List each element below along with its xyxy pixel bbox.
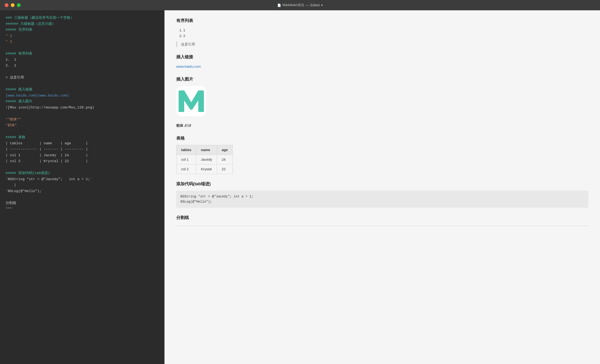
close-button[interactable] <box>5 3 9 7</box>
editor-line: [www.baidu.com](www.baidu.com) <box>6 93 159 99</box>
editor-line <box>6 81 159 87</box>
dropdown-icon: ▾ <box>321 3 323 7</box>
mou-icon-image <box>176 86 206 116</box>
editor-line: ##### 无序列表 <box>6 27 159 33</box>
editor-line: | ------------- | ------- | --------- | <box>6 146 159 153</box>
table-header: tables name age <box>177 145 233 155</box>
preview-pane[interactable]: 有序列表 1 2 这是引用 插入链接 www.baidu.com 插入图片 <box>165 10 600 364</box>
image-section-title: 插入图片 <box>176 76 588 83</box>
editor-line: ###### 六级标题（总共六级） <box>6 21 159 27</box>
editor-line <box>6 194 159 200</box>
divider-section: 分割线 <box>176 214 588 226</box>
blockquote-text: 这是引用 <box>181 42 195 46</box>
code-section: 添加代码(tab缩进) NSString *str = @"Jacedy"; i… <box>176 181 588 208</box>
bold-text: 粗体 <box>176 123 183 127</box>
editor-line: **粗体** <box>6 117 159 123</box>
preview-table: tables name age col 1 Jacedy 24 col 2 Kr… <box>176 145 233 174</box>
image-section: 插入图片 <box>176 76 588 116</box>
window-title: 📄 Markdown语法 — Edited ▾ <box>277 3 322 7</box>
titlebar: 📄 Markdown语法 — Edited ▾ <box>0 0 600 10</box>
table-section-title: 表格 <box>176 135 588 142</box>
table-cell: col 2 <box>177 164 196 174</box>
editor-line: 1. 1 <box>6 57 159 63</box>
divider-section-title: 分割线 <box>176 214 588 221</box>
table-cell: Krystal <box>196 164 217 174</box>
editor-line: ![Mou icon](http://mouapp.com/Mou_128.pn… <box>6 105 159 111</box>
edited-label: Edited <box>310 3 320 7</box>
ordered-list: 1 2 <box>176 27 588 39</box>
editor-line <box>6 110 159 117</box>
editor-line: | tables | name | age | <box>6 141 159 147</box>
editor-line <box>6 69 159 75</box>
editor-line: `NSLog(@"Hello");` <box>6 188 159 194</box>
file-icon: 📄 <box>277 3 281 7</box>
code-section-title: 添加代码(tab缩进) <box>176 181 588 187</box>
bold-italic-line: 粗体 斜体 <box>176 123 588 128</box>
table-header-cell: age <box>217 145 233 155</box>
table-header-cell: tables <box>177 145 196 155</box>
editor-line: | <box>6 182 159 188</box>
editor-line: > 这是引用 <box>6 75 159 81</box>
editor-line: *** <box>6 206 159 212</box>
ordered-list-title: 有序列表 <box>176 17 588 24</box>
minimize-button[interactable] <box>11 3 15 7</box>
table-row: col 2 Krystal 22 <box>177 164 233 174</box>
bold-italic-section: 粗体 斜体 <box>176 123 588 128</box>
editor-line: | col 1 | Jacedy | 24 | <box>6 153 159 159</box>
editor-line: ### 三级标题（建议在井号后加一个空格） <box>6 15 159 21</box>
list-item: 1 <box>183 27 588 33</box>
editor-line: * 2 <box>6 39 159 45</box>
table-cell: col 1 <box>177 155 196 164</box>
editor-line: * 1 <box>6 33 159 39</box>
table-header-row: tables name age <box>177 145 233 155</box>
code-block: NSString *str = @"Jacedy"; int a = 1; NS… <box>176 191 588 208</box>
maximize-button[interactable] <box>17 3 21 7</box>
window-controls <box>5 3 21 7</box>
editor-line <box>6 45 159 51</box>
editor-pane[interactable]: ### 三级标题（建议在井号后加一个空格） ###### 六级标题（总共六级） … <box>0 10 164 364</box>
table-cell: Jacedy <box>196 155 217 164</box>
link-section: 插入链接 www.baidu.com <box>176 54 588 69</box>
editor-line <box>6 164 159 171</box>
horizontal-rule <box>176 226 588 226</box>
editor-line: ##### 有序列表 <box>6 51 159 57</box>
editor-line: ##### 添加代码(tab缩进) <box>6 170 159 176</box>
editor-line: ##### 插入图片 <box>6 99 159 105</box>
main-area: ### 三级标题（建议在井号后加一个空格） ###### 六级标题（总共六级） … <box>0 10 600 364</box>
editor-line: | col 2 | Krystal | 22 | <box>6 158 159 164</box>
table-header-cell: name <box>196 145 217 155</box>
file-name: Markdown语法 <box>282 3 304 7</box>
file-status: — <box>306 3 309 7</box>
table-body: col 1 Jacedy 24 col 2 Krystal 22 <box>177 155 233 174</box>
editor-line: 分割线 <box>6 200 159 206</box>
editor-line: ##### 插入链接 <box>6 87 159 93</box>
code-line: NSLog(@"Hello"); <box>180 199 584 204</box>
blockquote: 这是引用 <box>176 41 588 47</box>
italic-text: 斜体 <box>184 123 191 127</box>
table-cell: 22 <box>217 164 233 174</box>
editor-line: `NSString *str = @"Jacedy"; int a = 1;` <box>6 176 159 182</box>
code-line: NSString *str = @"Jacedy"; int a = 1; <box>180 194 584 199</box>
editor-line <box>6 129 159 135</box>
link-section-title: 插入链接 <box>176 54 588 60</box>
table-row: col 1 Jacedy 24 <box>177 155 233 164</box>
list-item: 2 <box>183 33 588 39</box>
table-cell: 24 <box>217 155 233 164</box>
preview-link[interactable]: www.baidu.com <box>176 64 201 68</box>
editor-line: ##### 表格 <box>6 135 159 141</box>
ordered-list-section: 有序列表 1 2 这是引用 <box>176 17 588 47</box>
editor-line: *斜体* <box>6 122 159 129</box>
editor-line: 2. 2 <box>6 63 159 69</box>
table-section: 表格 tables name age col 1 Jacedy 24 <box>176 135 588 174</box>
